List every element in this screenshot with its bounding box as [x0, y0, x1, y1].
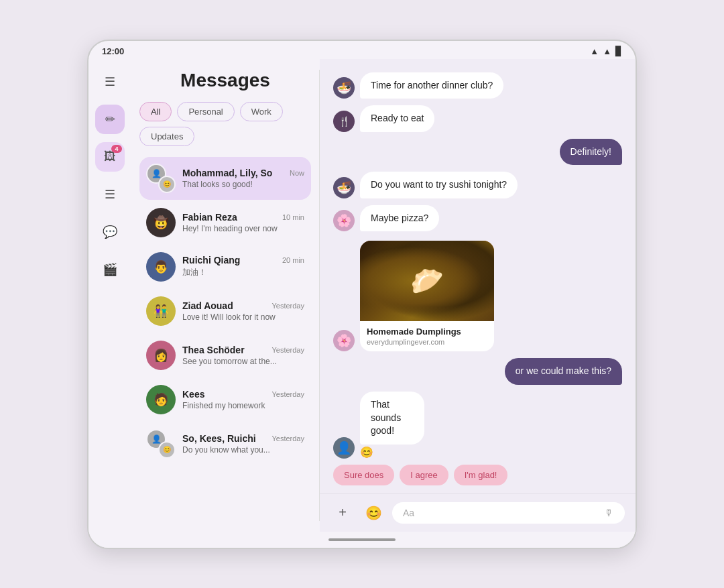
conv-time: Yesterday — [272, 346, 304, 354]
message-input[interactable]: Aa 🎙 — [392, 502, 625, 524]
filter-personal[interactable]: Personal — [177, 102, 234, 121]
message-row: or we could make this? — [333, 358, 622, 385]
message-avatar: 👤 — [333, 437, 355, 459]
chat-icon: 💬 — [103, 225, 117, 239]
conversation-item[interactable]: 👩 Thea Schöder Yesterday See you tomorro… — [139, 334, 311, 377]
message-bubble: Time for another dinner club? — [360, 72, 503, 99]
link-card-title: Homemade Dumplings — [367, 327, 487, 337]
sidebar-notes-icon[interactable]: ☰ — [95, 180, 125, 209]
filter-work[interactable]: Work — [240, 102, 283, 121]
conv-preview: 加油！ — [182, 267, 304, 278]
avatar-group: 👤 😊 — [146, 429, 176, 459]
message-bubble: or we could make this? — [505, 358, 622, 385]
conv-header: Fabian Reza 10 min — [182, 212, 304, 223]
conv-preview: That looks so good! — [182, 180, 304, 189]
conv-info: Ruichi Qiang 20 min 加油！ — [182, 255, 304, 278]
conversation-item[interactable]: 🤠 Fabian Reza 10 min Hey! I'm heading ov… — [139, 201, 311, 244]
app-body: ☰ ✏ 🖼 4 ☰ 💬 🎬 Messages All — [88, 59, 636, 532]
sidebar: ☰ ✏ 🖼 4 ☰ 💬 🎬 — [88, 59, 131, 532]
status-bar: 12:00 ▲ ▲ ▊ — [88, 41, 636, 59]
message-bubble: Do you want to try sushi tonight? — [360, 172, 518, 198]
dumpling-image — [360, 241, 494, 321]
conv-info: Ziad Aouad Yesterday Love it! Will look … — [182, 300, 304, 322]
conv-time: Yesterday — [272, 434, 304, 443]
plus-icon: + — [339, 505, 347, 520]
emoji-icon: 😊 — [365, 505, 382, 521]
sidebar-compose-icon[interactable]: ✏ — [95, 105, 125, 134]
filter-updates[interactable]: Updates — [139, 127, 194, 146]
conv-info: Mohammad, Lily, So Now That looks so goo… — [182, 168, 304, 189]
home-indicator — [88, 532, 636, 548]
conv-time: 20 min — [282, 256, 304, 264]
conv-name: Mohammad, Lily, So — [182, 168, 272, 178]
conv-header: Ruichi Qiang 20 min — [182, 255, 304, 266]
chat-panel: 🍜 Time for another dinner club? 🍴 Ready … — [320, 59, 636, 532]
message-avatar: 🌸 — [333, 330, 355, 351]
conv-time: Yesterday — [272, 390, 304, 398]
battery-icon: ▊ — [615, 46, 622, 56]
conversation-item[interactable]: 🧑 Kees Yesterday Finished my homework — [139, 378, 311, 421]
message-avatar: 🍜 — [333, 77, 355, 99]
avatar-2: 😊 — [158, 176, 176, 193]
conv-info: Fabian Reza 10 min Hey! I'm heading over… — [182, 212, 304, 233]
message-bubble: Maybe pizza? — [360, 205, 439, 232]
conv-info: So, Kees, Ruichi Yesterday Do you know w… — [182, 433, 304, 455]
message-row: 🍴 Ready to eat — [333, 105, 622, 132]
device-frame: 12:00 ▲ ▲ ▊ ☰ ✏ 🖼 4 ☰ 💬 — [87, 40, 637, 549]
conv-name: Kees — [182, 389, 204, 400]
pencil-icon: ✏ — [105, 112, 115, 127]
conversation-item[interactable]: 👨 Ruichi Qiang 20 min 加油！ — [139, 245, 311, 288]
video-icon: 🎬 — [103, 262, 117, 277]
hamburger-icon: ☰ — [105, 74, 115, 89]
reaction-emoji: 😊 — [360, 446, 373, 459]
time-display: 12:00 — [102, 46, 124, 56]
conv-name: Ruichi Qiang — [182, 255, 240, 266]
quick-reply-i-agree[interactable]: I agree — [400, 465, 448, 485]
wifi-icon: ▲ — [590, 46, 599, 56]
message-row: Definitely! — [333, 139, 622, 166]
messages-panel: Messages All Personal Work Updates 👤 😊 M… — [131, 59, 319, 532]
sidebar-video-icon[interactable]: 🎬 — [95, 255, 125, 284]
conv-header: Thea Schöder Yesterday — [182, 345, 304, 355]
conv-header: Mohammad, Lily, So Now — [182, 168, 304, 178]
quick-reply-im-glad[interactable]: I'm glad! — [454, 465, 508, 485]
conv-preview: Hey! I'm heading over now — [182, 224, 304, 233]
conv-preview: Do you know what you... — [182, 445, 304, 455]
messages-title: Messages — [139, 70, 311, 91]
add-button[interactable]: + — [330, 501, 355, 525]
emoji-button[interactable]: 😊 — [361, 501, 385, 525]
conv-name: Ziad Aouad — [182, 300, 233, 311]
message-avatar: 🌸 — [333, 210, 355, 231]
status-icons: ▲ ▲ ▊ — [590, 46, 622, 56]
message-avatar: 🍴 — [333, 111, 355, 132]
link-card[interactable]: Homemade Dumplings everydumplingever.com — [360, 241, 494, 351]
conv-time: Now — [290, 169, 304, 177]
sidebar-messages-icon[interactable]: 🖼 4 — [95, 142, 125, 172]
conversation-item[interactable]: 👫 Ziad Aouad Yesterday Love it! Will loo… — [139, 290, 311, 333]
avatar-group: 👤 😊 — [146, 164, 176, 193]
filter-buttons: All Personal Work Updates — [139, 102, 311, 146]
avatar: 🧑 — [146, 385, 176, 414]
conversation-item[interactable]: 👤 😊 So, Kees, Ruichi Yesterday Do you kn… — [139, 422, 311, 465]
sidebar-chat-icon[interactable]: 💬 — [95, 217, 125, 247]
sidebar-menu-icon[interactable]: ☰ — [95, 67, 125, 97]
home-bar — [328, 538, 396, 541]
message-avatar: 🍜 — [333, 177, 355, 198]
reaction-row: 😊 — [360, 446, 459, 459]
message-bubble: That sounds good! — [360, 392, 424, 445]
filter-all[interactable]: All — [139, 102, 172, 121]
conv-time: Yesterday — [272, 302, 304, 310]
link-card-url: everydumplingever.com — [367, 338, 487, 346]
link-card-body: Homemade Dumplings everydumplingever.com — [360, 321, 494, 351]
signal-icon: ▲ — [603, 46, 611, 56]
conv-info: Kees Yesterday Finished my homework — [182, 389, 304, 410]
conv-header: Kees Yesterday — [182, 389, 304, 400]
conv-preview: Love it! Will look for it now — [182, 312, 304, 322]
conversation-list: 👤 😊 Mohammad, Lily, So Now That looks so… — [139, 157, 311, 521]
quick-replies: Sure does I agree I'm glad! — [320, 465, 636, 493]
conversation-item[interactable]: 👤 😊 Mohammad, Lily, So Now That looks so… — [139, 157, 311, 200]
conv-name: So, Kees, Ruichi — [182, 433, 256, 444]
quick-reply-sure-does[interactable]: Sure does — [333, 465, 394, 485]
notification-badge: 4 — [111, 145, 122, 153]
conv-name: Thea Schöder — [182, 345, 245, 355]
